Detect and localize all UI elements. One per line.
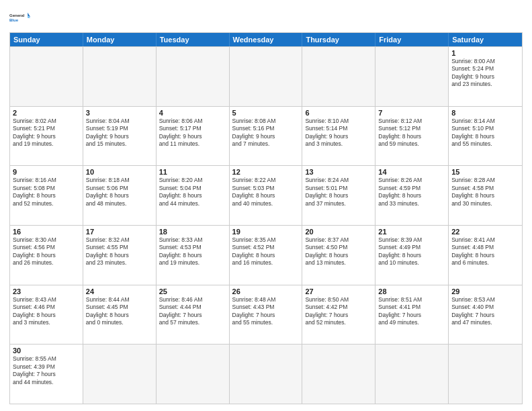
day-number: 14 xyxy=(378,168,445,176)
day-number: 24 xyxy=(86,287,153,295)
empty-cell xyxy=(83,47,157,106)
empty-cell xyxy=(230,345,303,404)
day-info: Sunrise: 8:51 AM Sunset: 4:41 PM Dayligh… xyxy=(378,296,445,327)
day-number: 17 xyxy=(86,228,153,236)
day-cell-7: 7Sunrise: 8:12 AM Sunset: 5:12 PM Daylig… xyxy=(375,107,449,166)
day-cell-15: 15Sunrise: 8:28 AM Sunset: 4:58 PM Dayli… xyxy=(449,166,522,225)
day-number: 30 xyxy=(13,347,80,355)
day-number: 5 xyxy=(232,109,300,117)
day-number: 6 xyxy=(305,109,372,117)
day-info: Sunrise: 8:39 AM Sunset: 4:49 PM Dayligh… xyxy=(378,236,445,267)
empty-cell xyxy=(449,345,522,404)
day-cell-17: 17Sunrise: 8:32 AM Sunset: 4:55 PM Dayli… xyxy=(83,226,157,285)
day-info: Sunrise: 8:14 AM Sunset: 5:10 PM Dayligh… xyxy=(451,118,519,148)
day-number: 2 xyxy=(13,109,80,117)
day-cell-29: 29Sunrise: 8:53 AM Sunset: 4:40 PM Dayli… xyxy=(449,285,522,345)
day-cell-23: 23Sunrise: 8:43 AM Sunset: 4:46 PM Dayli… xyxy=(10,285,83,345)
day-number: 12 xyxy=(232,168,300,176)
svg-text:General: General xyxy=(9,13,25,17)
day-info: Sunrise: 8:43 AM Sunset: 4:46 PM Dayligh… xyxy=(13,296,80,327)
header-day-friday: Friday xyxy=(375,33,449,46)
calendar: SundayMondayTuesdayWednesdayThursdayFrid… xyxy=(9,32,523,404)
day-info: Sunrise: 8:32 AM Sunset: 4:55 PM Dayligh… xyxy=(86,236,153,267)
empty-cell xyxy=(375,345,449,404)
day-info: Sunrise: 8:33 AM Sunset: 4:53 PM Dayligh… xyxy=(159,236,226,267)
day-cell-25: 25Sunrise: 8:46 AM Sunset: 4:44 PM Dayli… xyxy=(157,285,230,345)
day-number: 26 xyxy=(232,287,300,295)
day-info: Sunrise: 8:04 AM Sunset: 5:19 PM Dayligh… xyxy=(86,118,153,148)
day-info: Sunrise: 8:53 AM Sunset: 4:40 PM Dayligh… xyxy=(451,296,519,327)
day-number: 16 xyxy=(13,228,80,236)
day-cell-19: 19Sunrise: 8:35 AM Sunset: 4:52 PM Dayli… xyxy=(230,226,303,285)
day-number: 13 xyxy=(305,168,372,176)
calendar-row-0: 1Sunrise: 8:00 AM Sunset: 5:24 PM Daylig… xyxy=(10,46,522,106)
page-header: GeneralBlue xyxy=(9,7,523,28)
day-info: Sunrise: 8:41 AM Sunset: 4:48 PM Dayligh… xyxy=(451,236,519,267)
day-cell-5: 5Sunrise: 8:08 AM Sunset: 5:16 PM Daylig… xyxy=(230,107,303,166)
day-number: 9 xyxy=(13,168,80,176)
day-cell-12: 12Sunrise: 8:22 AM Sunset: 5:03 PM Dayli… xyxy=(230,166,303,225)
day-cell-2: 2Sunrise: 8:02 AM Sunset: 5:21 PM Daylig… xyxy=(10,107,83,166)
day-cell-9: 9Sunrise: 8:16 AM Sunset: 5:08 PM Daylig… xyxy=(10,166,83,225)
day-info: Sunrise: 8:06 AM Sunset: 5:17 PM Dayligh… xyxy=(159,118,226,148)
logo-icon: GeneralBlue xyxy=(9,7,31,28)
day-info: Sunrise: 8:00 AM Sunset: 5:24 PM Dayligh… xyxy=(451,58,519,89)
day-cell-26: 26Sunrise: 8:48 AM Sunset: 4:43 PM Dayli… xyxy=(230,285,303,345)
day-info: Sunrise: 8:20 AM Sunset: 5:04 PM Dayligh… xyxy=(159,177,226,208)
day-info: Sunrise: 8:22 AM Sunset: 5:03 PM Dayligh… xyxy=(232,177,300,208)
day-info: Sunrise: 8:37 AM Sunset: 4:50 PM Dayligh… xyxy=(305,236,372,267)
day-cell-22: 22Sunrise: 8:41 AM Sunset: 4:48 PM Dayli… xyxy=(449,226,522,285)
logo: GeneralBlue xyxy=(9,7,31,28)
day-number: 11 xyxy=(159,168,226,176)
day-number: 23 xyxy=(13,287,80,295)
day-number: 10 xyxy=(86,168,153,176)
day-cell-4: 4Sunrise: 8:06 AM Sunset: 5:17 PM Daylig… xyxy=(157,107,230,166)
day-cell-1: 1Sunrise: 8:00 AM Sunset: 5:24 PM Daylig… xyxy=(449,47,522,106)
empty-cell xyxy=(375,47,449,106)
calendar-body: 1Sunrise: 8:00 AM Sunset: 5:24 PM Daylig… xyxy=(10,46,522,404)
day-info: Sunrise: 8:18 AM Sunset: 5:06 PM Dayligh… xyxy=(86,177,153,208)
day-number: 21 xyxy=(378,228,445,236)
header-day-wednesday: Wednesday xyxy=(230,33,303,46)
day-number: 20 xyxy=(305,228,372,236)
day-cell-30: 30Sunrise: 8:55 AM Sunset: 4:39 PM Dayli… xyxy=(10,345,83,404)
header-day-tuesday: Tuesday xyxy=(157,33,230,46)
day-info: Sunrise: 8:46 AM Sunset: 4:44 PM Dayligh… xyxy=(159,296,226,327)
day-cell-28: 28Sunrise: 8:51 AM Sunset: 4:41 PM Dayli… xyxy=(375,285,449,345)
calendar-row-4: 23Sunrise: 8:43 AM Sunset: 4:46 PM Dayli… xyxy=(10,285,522,345)
day-number: 19 xyxy=(232,228,300,236)
day-info: Sunrise: 8:26 AM Sunset: 4:59 PM Dayligh… xyxy=(378,177,445,208)
empty-cell xyxy=(83,345,157,404)
empty-cell xyxy=(10,47,83,106)
day-info: Sunrise: 8:10 AM Sunset: 5:14 PM Dayligh… xyxy=(305,118,372,148)
day-info: Sunrise: 8:48 AM Sunset: 4:43 PM Dayligh… xyxy=(232,296,300,327)
day-number: 22 xyxy=(451,228,519,236)
day-number: 15 xyxy=(451,168,519,176)
day-number: 29 xyxy=(451,287,519,295)
day-info: Sunrise: 8:02 AM Sunset: 5:21 PM Dayligh… xyxy=(13,118,80,148)
day-info: Sunrise: 8:55 AM Sunset: 4:39 PM Dayligh… xyxy=(13,355,80,386)
day-number: 28 xyxy=(378,287,445,295)
day-info: Sunrise: 8:50 AM Sunset: 4:42 PM Dayligh… xyxy=(305,296,372,327)
empty-cell xyxy=(157,345,230,404)
header-day-sunday: Sunday xyxy=(10,33,83,46)
header-day-saturday: Saturday xyxy=(449,33,522,46)
day-info: Sunrise: 8:35 AM Sunset: 4:52 PM Dayligh… xyxy=(232,236,300,267)
day-number: 7 xyxy=(378,109,445,117)
header-day-thursday: Thursday xyxy=(302,33,375,46)
day-cell-14: 14Sunrise: 8:26 AM Sunset: 4:59 PM Dayli… xyxy=(375,166,449,225)
day-number: 3 xyxy=(86,109,153,117)
day-cell-11: 11Sunrise: 8:20 AM Sunset: 5:04 PM Dayli… xyxy=(157,166,230,225)
day-cell-13: 13Sunrise: 8:24 AM Sunset: 5:01 PM Dayli… xyxy=(302,166,375,225)
empty-cell xyxy=(302,345,375,404)
day-number: 18 xyxy=(159,228,226,236)
day-cell-16: 16Sunrise: 8:30 AM Sunset: 4:56 PM Dayli… xyxy=(10,226,83,285)
empty-cell xyxy=(230,47,303,106)
day-number: 27 xyxy=(305,287,372,295)
svg-text:Blue: Blue xyxy=(9,18,19,22)
day-cell-3: 3Sunrise: 8:04 AM Sunset: 5:19 PM Daylig… xyxy=(83,107,157,166)
day-info: Sunrise: 8:30 AM Sunset: 4:56 PM Dayligh… xyxy=(13,236,80,267)
calendar-row-2: 9Sunrise: 8:16 AM Sunset: 5:08 PM Daylig… xyxy=(10,165,522,225)
day-cell-20: 20Sunrise: 8:37 AM Sunset: 4:50 PM Dayli… xyxy=(302,226,375,285)
day-info: Sunrise: 8:08 AM Sunset: 5:16 PM Dayligh… xyxy=(232,118,300,148)
